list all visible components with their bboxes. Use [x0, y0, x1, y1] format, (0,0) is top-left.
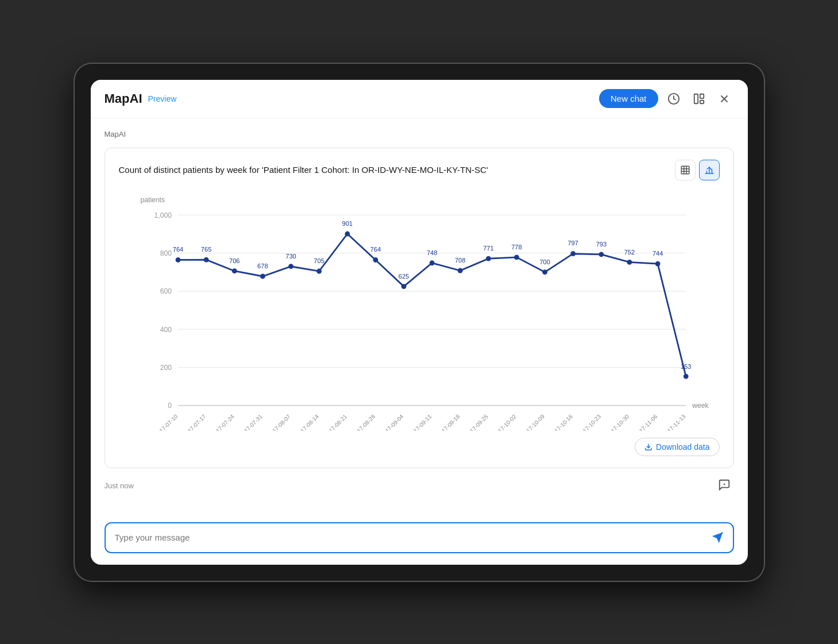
screen: MapAI Preview New chat	[91, 80, 748, 565]
bar-chart-icon	[704, 165, 715, 175]
timestamp: Just now	[105, 481, 134, 490]
svg-text:700: 700	[539, 259, 550, 265]
svg-point-51	[260, 273, 265, 279]
svg-rect-1	[694, 94, 697, 103]
svg-text:748: 748	[426, 249, 437, 256]
svg-point-58	[457, 268, 462, 273]
svg-text:2017-08-21: 2017-08-21	[323, 412, 348, 430]
chart-card: Count of distinct patients by week for '…	[105, 148, 734, 468]
download-button[interactable]: Download data	[635, 438, 719, 456]
download-label: Download data	[656, 442, 709, 452]
download-icon	[644, 443, 652, 451]
svg-point-48	[175, 257, 180, 263]
svg-text:2017-09-11: 2017-09-11	[407, 412, 432, 430]
svg-text:678: 678	[257, 263, 268, 269]
svg-text:2017-07-10: 2017-07-10	[153, 412, 179, 430]
svg-point-66	[683, 373, 688, 379]
svg-text:706: 706	[229, 257, 240, 264]
svg-text:2017-10-16: 2017-10-16	[549, 412, 574, 430]
svg-point-49	[203, 257, 208, 262]
svg-text:153: 153	[680, 363, 690, 369]
message-input-box	[105, 522, 734, 553]
svg-text:2017-07-17: 2017-07-17	[181, 412, 207, 430]
svg-text:625: 625	[398, 272, 408, 279]
svg-rect-6	[681, 166, 689, 174]
svg-text:800: 800	[160, 249, 172, 257]
svg-text:0: 0	[168, 402, 172, 410]
chart-view-icons	[675, 160, 720, 180]
sender-label: MapAI	[105, 130, 734, 138]
svg-point-65	[655, 261, 660, 266]
svg-text:764: 764	[370, 246, 380, 253]
svg-text:2017-08-28: 2017-08-28	[351, 412, 376, 430]
svg-point-60	[514, 254, 519, 260]
svg-text:patients: patients	[140, 196, 165, 204]
layout-icon	[693, 92, 705, 105]
svg-text:2017-08-14: 2017-08-14	[295, 412, 320, 430]
svg-text:752: 752	[624, 248, 634, 255]
layout-button[interactable]	[689, 89, 709, 109]
message-input[interactable]	[115, 533, 705, 542]
device-frame: MapAI Preview New chat	[75, 64, 764, 581]
svg-text:708: 708	[454, 257, 465, 264]
svg-text:901: 901	[342, 220, 352, 227]
history-icon	[667, 92, 680, 105]
svg-text:764: 764	[172, 246, 183, 253]
svg-text:730: 730	[285, 253, 296, 260]
svg-point-59	[485, 256, 491, 261]
svg-text:week: week	[692, 402, 709, 410]
svg-point-52	[288, 264, 294, 269]
svg-text:771: 771	[483, 245, 493, 252]
svg-text:2017-11-13: 2017-11-13	[661, 412, 686, 430]
svg-text:797: 797	[567, 240, 578, 246]
new-chat-button[interactable]: New chat	[599, 89, 658, 108]
header-actions: New chat	[599, 89, 734, 109]
svg-rect-2	[700, 94, 703, 98]
svg-text:2017-10-23: 2017-10-23	[577, 412, 602, 430]
svg-text:2017-10-02: 2017-10-02	[492, 412, 518, 430]
close-button[interactable]	[715, 89, 734, 109]
svg-point-54	[345, 231, 350, 236]
svg-text:2017-10-09: 2017-10-09	[520, 412, 546, 430]
line-chart: patients 0 200 400	[119, 190, 720, 431]
svg-text:778: 778	[511, 243, 522, 250]
chart-title: Count of distinct patients by week for '…	[119, 165, 488, 175]
svg-text:705: 705	[314, 257, 324, 264]
download-row: Download data	[119, 438, 720, 456]
svg-text:744: 744	[652, 249, 662, 256]
svg-point-50	[231, 268, 237, 273]
svg-text:2017-07-31: 2017-07-31	[238, 412, 264, 430]
svg-point-63	[598, 252, 604, 257]
chat-bubble-button[interactable]	[715, 475, 734, 495]
svg-point-64	[627, 260, 632, 265]
history-button[interactable]	[664, 89, 683, 109]
svg-text:2017-09-25: 2017-09-25	[464, 412, 489, 430]
svg-point-53	[316, 268, 322, 273]
svg-rect-3	[700, 100, 703, 103]
svg-point-61	[542, 269, 547, 275]
svg-text:400: 400	[160, 325, 172, 333]
header: MapAI Preview New chat	[91, 80, 748, 118]
svg-text:2017-11-06: 2017-11-06	[633, 412, 658, 430]
chart-header: Count of distinct patients by week for '…	[119, 160, 720, 180]
chart-view-button[interactable]	[699, 160, 720, 180]
svg-marker-90	[712, 532, 722, 542]
table-icon	[680, 165, 690, 175]
table-view-button[interactable]	[675, 160, 696, 180]
svg-text:2017-07-24: 2017-07-24	[210, 412, 235, 430]
logo-text: MapAI	[105, 91, 142, 106]
send-button[interactable]	[711, 531, 724, 544]
svg-point-55	[373, 257, 378, 263]
footer	[91, 515, 748, 565]
svg-text:2017-09-18: 2017-09-18	[435, 412, 461, 430]
svg-text:765: 765	[200, 246, 211, 253]
svg-point-57	[429, 260, 434, 265]
send-icon	[711, 531, 724, 544]
svg-text:1,000: 1,000	[154, 211, 172, 219]
svg-point-62	[570, 251, 576, 256]
svg-text:600: 600	[160, 287, 172, 295]
logo-area: MapAI Preview	[105, 91, 177, 106]
svg-text:200: 200	[160, 363, 172, 371]
close-icon	[718, 92, 731, 105]
chart-area: patients 0 200 400	[119, 190, 720, 431]
